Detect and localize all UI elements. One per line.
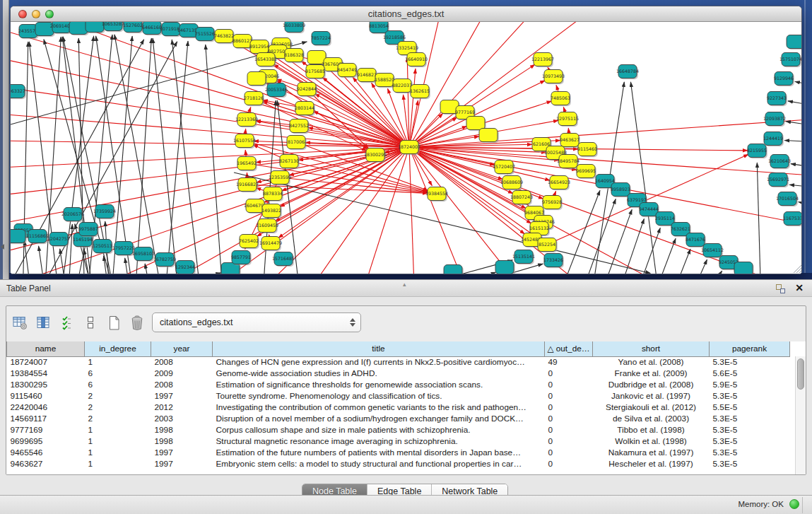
panel-collapse-arrow-icon[interactable]: [1, 244, 4, 250]
graph-node[interactable]: 7485063: [551, 92, 571, 107]
graph-node[interactable]: 1250513: [93, 240, 113, 255]
graph-node[interactable]: 16654923: [548, 176, 570, 191]
graph-node[interactable]: [734, 262, 754, 275]
column-header-short[interactable]: short: [593, 341, 710, 356]
graph-node[interactable]: 12213369: [235, 113, 258, 128]
graph-node[interactable]: 12975115: [556, 112, 579, 127]
graph-node[interactable]: 9242844: [297, 83, 317, 98]
column-header-pagerank[interactable]: pagerank: [710, 341, 790, 356]
row-selection-checkmarks-icon[interactable]: [59, 315, 76, 332]
graph-node[interactable]: 1244419: [763, 132, 784, 147]
graph-node[interactable]: 10688609: [500, 176, 523, 191]
scrollbar-thumb[interactable]: [797, 358, 804, 390]
graph-node[interactable]: 16033809: [283, 22, 305, 33]
graph-node[interactable]: 2803144: [295, 102, 315, 117]
network-window-titlebar[interactable]: citations_edges.txt: [11, 6, 801, 22]
column-header-title[interactable]: title: [213, 341, 545, 356]
show-column-icon[interactable]: [35, 315, 52, 332]
graph-node[interactable]: 18807243: [510, 191, 533, 206]
graph-node[interactable]: 1527602: [123, 22, 143, 33]
network-canvas[interactable]: 1872400718300295193845542435572206914061…: [11, 22, 802, 274]
float-panel-icon[interactable]: [776, 284, 785, 293]
graph-node[interactable]: 9227343: [767, 92, 787, 107]
graph-node[interactable]: 12042757: [47, 233, 70, 247]
column-header-year[interactable]: year: [151, 341, 213, 356]
graph-node[interactable]: 2718126: [244, 92, 264, 107]
graph-node[interactable]: 7463822: [214, 30, 235, 45]
vertical-scrollbar[interactable]: [795, 356, 806, 474]
graph-node[interactable]: 9975887: [78, 223, 99, 238]
graph-node[interactable]: [11, 230, 27, 245]
table-row[interactable]: 1830029562008Estimation of significance …: [7, 379, 790, 390]
graph-node[interactable]: 16640910: [405, 53, 428, 68]
graph-node[interactable]: 17359924: [93, 205, 116, 220]
graph-node[interactable]: 17016504: [776, 192, 799, 207]
stacked-squares-icon[interactable]: [82, 315, 99, 332]
graph-node[interactable]: 1167533: [783, 212, 802, 227]
graph-node[interactable]: 852254: [538, 238, 558, 253]
graph-node[interactable]: 9857791: [231, 251, 252, 266]
memory-ok-indicator-icon[interactable]: [789, 499, 799, 509]
graph-node[interactable]: 1965492: [237, 157, 257, 172]
graph-node[interactable]: 8427552: [289, 119, 310, 134]
graph-node[interactable]: 16648784: [616, 65, 639, 80]
graph-node[interactable]: 7625402: [239, 235, 259, 250]
graph-node[interactable]: 1292344: [175, 261, 196, 275]
new-document-icon[interactable]: [105, 315, 122, 332]
graph-node[interactable]: 9129946: [774, 72, 794, 87]
column-header-in_degree[interactable]: in_degree: [85, 341, 151, 356]
graph-node[interactable]: 1493822: [261, 204, 282, 219]
table-row[interactable]: 946362711997Embryonic stem cells: a mode…: [7, 458, 790, 469]
graph-node[interactable]: 9699695: [576, 165, 596, 180]
table-row[interactable]: 1938455462009Genome-wide association stu…: [7, 368, 790, 379]
graph-node[interactable]: 8186328: [284, 49, 305, 64]
graph-node[interactable]: 7857224: [311, 32, 331, 47]
graph-node[interactable]: 16914479: [259, 237, 282, 252]
graph-node[interactable]: [479, 129, 499, 144]
graph-node[interactable]: 9756928: [542, 196, 563, 211]
table-row[interactable]: 1872400712008Changes of HCN gene express…: [7, 356, 790, 368]
table-row[interactable]: 911546021997Tourette syndrome. Phenomeno…: [7, 390, 790, 402]
graph-node[interactable]: 10653287: [102, 22, 124, 32]
graph-node[interactable]: 19384554: [425, 187, 448, 202]
graph-node[interactable]: 9463627: [560, 134, 580, 148]
graph-node[interactable]: 16543382: [254, 53, 277, 68]
graph-node[interactable]: 12353599: [269, 171, 291, 186]
graph-node[interactable]: 8471676: [686, 233, 706, 248]
table-row[interactable]: 2242004622012Investigating the contribut…: [7, 402, 790, 413]
table-row[interactable]: 969969511998Structural magnetic resonanc…: [7, 436, 790, 447]
table-row[interactable]: 946554611997Estimation of the future num…: [7, 447, 790, 458]
table-options-icon[interactable]: [12, 315, 29, 332]
graph-node[interactable]: [247, 72, 267, 87]
graph-node[interactable]: 16958107: [132, 247, 155, 262]
graph-node[interactable]: 15720407: [493, 160, 515, 175]
graph-node[interactable]: 15135141: [512, 250, 535, 265]
table-row[interactable]: 977716911998Corpus callosum shape and si…: [7, 424, 790, 436]
graph-node[interactable]: 19166827: [236, 178, 259, 193]
graph-node[interactable]: 16107554: [233, 134, 256, 149]
table-row[interactable]: 1456911722003Disruption of a novel membe…: [7, 413, 790, 424]
graph-node[interactable]: [495, 261, 515, 275]
graph-node[interactable]: 10973493: [542, 70, 565, 85]
window-resize-grip-icon[interactable]: [791, 262, 802, 274]
graph-node[interactable]: 8878334: [263, 187, 283, 202]
column-header-name[interactable]: name: [7, 341, 85, 356]
graph-node[interactable]: 1362615: [410, 85, 430, 100]
graph-node[interactable]: 817006: [287, 136, 307, 151]
graph-node[interactable]: 18495784: [557, 155, 579, 170]
splitter-grip-icon[interactable]: ▴: [403, 281, 406, 288]
close-panel-icon[interactable]: ✕: [795, 282, 804, 293]
graph-node[interactable]: 9115460: [577, 143, 598, 158]
graph-node[interactable]: 15692971: [767, 173, 789, 188]
graph-node[interactable]: [444, 265, 464, 275]
graph-node[interactable]: 16782759: [153, 253, 176, 268]
network-graph[interactable]: 1872400718300295193845542435572206914061…: [11, 22, 802, 274]
graph-node[interactable]: 15751074: [779, 53, 802, 68]
table-panel-titlebar[interactable]: Table Panel ▴ ✕: [0, 279, 812, 297]
graph-node[interactable]: 16210643: [768, 155, 791, 170]
graph-node[interactable]: 9175685: [305, 65, 326, 80]
graph-node[interactable]: 18724007: [398, 141, 420, 156]
graph-node[interactable]: 20053346: [265, 83, 288, 98]
graph-node[interactable]: 18300295: [364, 148, 387, 163]
trash-icon[interactable]: [129, 315, 146, 332]
